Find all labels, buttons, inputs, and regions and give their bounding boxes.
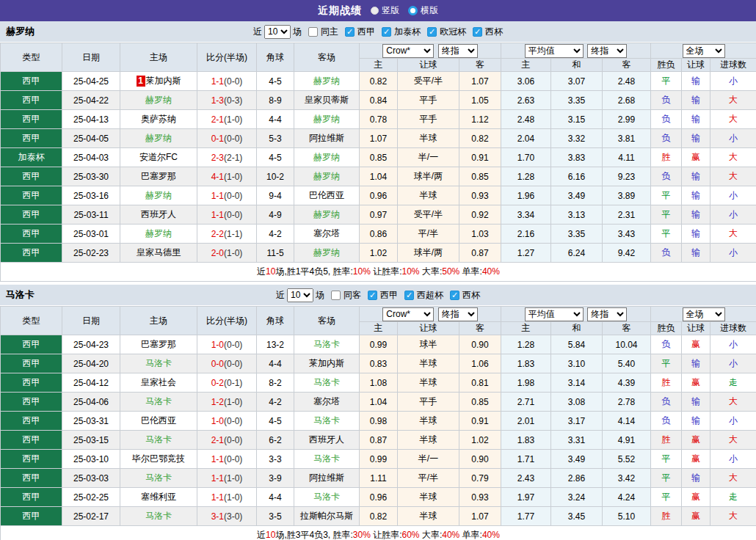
league-label: 西甲 bbox=[357, 26, 375, 38]
asia-handicap: 平手 bbox=[398, 110, 459, 129]
home-team-cell: 赫罗纳 bbox=[120, 225, 197, 244]
col-header-euro-home: 主 bbox=[501, 59, 551, 72]
euro-draw-odds: 3.31 bbox=[551, 431, 603, 450]
euro-draw-odds: 3.32 bbox=[551, 129, 603, 148]
league-checkbox-champions[interactable] bbox=[427, 27, 437, 37]
scope-select[interactable]: 全场 bbox=[683, 44, 725, 58]
league-checkbox-laliga[interactable] bbox=[368, 291, 377, 300]
handicap-outcome: 输 bbox=[682, 167, 710, 186]
match-date: 25-04-13 bbox=[62, 110, 120, 129]
euro-draw-odds: 3.49 bbox=[551, 186, 603, 205]
euro-home-odds: 1.83 bbox=[501, 431, 551, 450]
away-team-cell: 马洛卡 bbox=[294, 335, 360, 354]
euro-away-odds: 4.24 bbox=[603, 488, 651, 507]
home-team-cell: 安道尔FC bbox=[120, 148, 197, 167]
final-score: 1-3 bbox=[211, 95, 224, 106]
same-venue-checkbox[interactable] bbox=[331, 291, 341, 300]
summary-text: 近 bbox=[257, 530, 266, 540]
euro-home-odds: 2.71 bbox=[501, 393, 551, 412]
away-team-cell: 拉斯帕尔马斯 bbox=[294, 507, 360, 526]
score-cell: 1-1(1-0) bbox=[197, 488, 257, 507]
recent-count-select[interactable]: 10 bbox=[287, 288, 313, 302]
league-checkbox-catalonia-cup[interactable] bbox=[382, 27, 391, 37]
odds-stage-select-2[interactable]: 终指 bbox=[587, 44, 627, 58]
half-score: (0-0) bbox=[224, 359, 242, 369]
league-checkbox-laliga[interactable] bbox=[345, 27, 355, 37]
match-row: 西甲 25-03-31 巴伦西亚 1-0(0-0) 4-5 马洛卡 0.98 半… bbox=[1, 412, 756, 431]
euro-away-odds: 4.39 bbox=[603, 373, 651, 393]
league-checkbox-copa[interactable] bbox=[473, 27, 482, 37]
summary-text: 让胜率: bbox=[371, 266, 402, 277]
scope-select[interactable]: 全场 bbox=[683, 307, 725, 321]
col-header-result-goals: 进球数 bbox=[710, 59, 756, 72]
bookmaker-select[interactable]: Crow* bbox=[382, 44, 434, 58]
col-header-home: 主场 bbox=[120, 307, 197, 335]
handicap-outcome: 输 bbox=[682, 354, 710, 373]
asia-handicap: 平/半 bbox=[398, 469, 459, 488]
odds-stage-select[interactable]: 终指 bbox=[438, 44, 478, 58]
away-team-cell: 赫罗纳 bbox=[294, 110, 360, 129]
score-cell: 1-0(0-0) bbox=[197, 412, 257, 431]
handicap-outcome: 赢 bbox=[682, 431, 710, 450]
bookmaker-select[interactable]: Crow* bbox=[382, 307, 434, 321]
same-venue-label: 同客 bbox=[344, 289, 361, 302]
asia-home-odds: 0.84 bbox=[360, 91, 398, 110]
final-score: 0-2 bbox=[211, 378, 224, 388]
league-checkbox-supercup[interactable] bbox=[404, 291, 414, 300]
euro-away-odds: 2.99 bbox=[603, 110, 651, 129]
euro-away-odds: 2.78 bbox=[603, 393, 651, 412]
radio-unchecked-icon[interactable] bbox=[371, 7, 379, 15]
euro-away-odds: 10.04 bbox=[603, 335, 651, 354]
home-team-cell: 巴塞罗那 bbox=[120, 167, 197, 186]
league-checkbox-copa[interactable] bbox=[450, 291, 459, 300]
goals-outcome: 大 bbox=[710, 431, 756, 450]
home-team-cell: 塞维利亚 bbox=[120, 488, 197, 507]
home-team-cell: 马洛卡 bbox=[120, 393, 197, 412]
home-team-cell: 巴塞罗那 bbox=[120, 335, 197, 354]
corner-count: 4-9 bbox=[257, 205, 294, 225]
euro-away-odds: 9.42 bbox=[603, 244, 651, 263]
handicap-outcome: 输 bbox=[682, 225, 710, 244]
handicap-outcome: 输 bbox=[682, 110, 710, 129]
away-team-cell: 赫罗纳 bbox=[294, 72, 360, 91]
final-score: 4-1 bbox=[211, 172, 224, 182]
average-select[interactable]: 平均值 bbox=[525, 44, 584, 58]
away-team: 赫罗纳 bbox=[313, 152, 340, 162]
asia-away-odds: 0.90 bbox=[459, 335, 501, 354]
same-venue-label: 同主 bbox=[321, 26, 338, 38]
result-outcome: 平 bbox=[651, 186, 682, 205]
asia-away-odds: 1.05 bbox=[459, 91, 501, 110]
odds-stage-select[interactable]: 终指 bbox=[438, 307, 478, 321]
half-score: (0-3) bbox=[224, 95, 242, 106]
layout-vertical-radio[interactable]: 竖版 bbox=[371, 4, 399, 17]
goals-outcome: 小 bbox=[710, 72, 756, 91]
summary-value: 40% bbox=[482, 266, 500, 277]
corner-count: 4-2 bbox=[257, 393, 294, 412]
half-score: (2-1) bbox=[224, 153, 242, 163]
goals-outcome: 小 bbox=[710, 335, 756, 354]
recent-count-select[interactable]: 10 bbox=[264, 25, 291, 39]
asia-away-odds: 1.02 bbox=[459, 431, 501, 450]
same-venue-checkbox[interactable] bbox=[308, 27, 318, 37]
match-date: 25-04-20 bbox=[62, 354, 120, 373]
euro-home-odds: 2.04 bbox=[501, 129, 551, 148]
average-select[interactable]: 平均值 bbox=[525, 307, 584, 321]
match-row: 西甲 25-04-13 奥萨苏纳 2-1(1-0) 4-4 赫罗纳 0.78 平… bbox=[1, 110, 756, 129]
layout-horizontal-radio[interactable]: 横版 bbox=[408, 4, 438, 17]
away-team: 马洛卡 bbox=[313, 339, 340, 349]
final-score: 1-0 bbox=[211, 416, 224, 426]
half-score: (0-0) bbox=[224, 134, 242, 144]
summary-value: 10 bbox=[266, 530, 275, 540]
summary-text: 大率: bbox=[420, 266, 443, 277]
asia-handicap: 半/一 bbox=[398, 148, 459, 167]
asia-home-odds: 0.78 bbox=[360, 110, 398, 129]
radio-checked-icon[interactable] bbox=[408, 6, 418, 15]
col-header-result-handicap: 让球 bbox=[682, 59, 710, 72]
euro-away-odds: 2.68 bbox=[603, 91, 651, 110]
handicap-outcome: 赢 bbox=[682, 335, 710, 354]
result-outcome: 负 bbox=[651, 335, 682, 354]
result-outcome: 平 bbox=[651, 354, 682, 373]
asia-away-odds: 0.90 bbox=[459, 450, 501, 469]
half-score: (0-0) bbox=[224, 416, 242, 426]
odds-stage-select-2[interactable]: 终指 bbox=[587, 307, 627, 321]
